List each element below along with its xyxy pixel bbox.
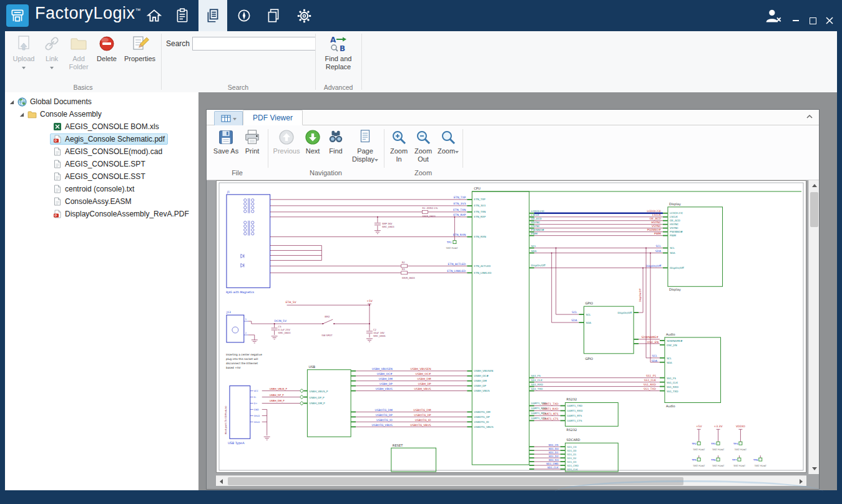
scroll-down-button[interactable]	[809, 463, 820, 474]
chevron-up-icon	[805, 114, 814, 120]
tree-item-file[interactable]: centroid (console).txt	[5, 183, 198, 195]
nav-home-button[interactable]	[140, 0, 169, 31]
nav-documents-button[interactable]	[198, 0, 227, 31]
tree-item-file[interactable]: AEGIS_CONSOLE.SST	[5, 170, 198, 183]
svg-text:DispOn/Off: DispOn/Off	[639, 288, 642, 302]
svg-text:TEST POINT: TEST POINT	[692, 448, 705, 451]
properties-button[interactable]: Properties	[121, 34, 159, 89]
svg-text:+5V: +5V	[366, 299, 373, 303]
svg-text:TEST POINT: TEST POINT	[754, 465, 766, 467]
tree-item-file[interactable]: ConsoleAssy.EASM	[5, 195, 198, 208]
maximize-icon	[810, 17, 816, 24]
expander-icon[interactable]	[9, 99, 14, 105]
ribbon: Upload Link Add Folder Delete Proper	[5, 31, 837, 93]
zoom-button[interactable]: Zoom	[436, 128, 460, 155]
pdf-page: J1 RJ45 with Magnetics	[216, 180, 806, 473]
next-icon	[304, 128, 321, 146]
add-folder-button[interactable]: Add Folder	[65, 34, 92, 89]
previous-button[interactable]: Previous	[272, 128, 301, 155]
tab-pdf-viewer[interactable]: PDF Viewer	[243, 110, 303, 125]
svg-text:USBH_OC#: USBH_OC#	[415, 372, 431, 376]
search-label: Search	[166, 39, 190, 48]
close-button[interactable]	[823, 15, 836, 26]
zoom-in-icon	[390, 128, 408, 146]
svg-text:SCL: SCL	[652, 354, 658, 357]
expander-icon[interactable]	[19, 112, 24, 117]
pdf-viewer-panel: PDF Viewer Save As	[206, 109, 820, 490]
svg-text:USBH_DM: USBH_DM	[379, 377, 393, 381]
print-button[interactable]: Print	[240, 128, 264, 155]
scroll-up-button[interactable]	[809, 180, 820, 191]
svg-text:ETN_TXN: ETN_TXN	[474, 210, 486, 213]
schematic-power-section: J13 1 2	[226, 299, 386, 343]
nav-settings-button[interactable]	[290, 0, 318, 31]
pdf-file-icon	[53, 135, 62, 143]
tree-item-file[interactable]: AEGIS_CONSOLE BOM.xls	[5, 120, 198, 133]
add-folder-icon	[69, 34, 88, 53]
tree-item-console-assembly[interactable]: Console Assembly	[5, 108, 198, 120]
file-icon	[53, 160, 62, 168]
svg-text:SD1_CLK: SD1_CLK	[547, 466, 559, 469]
link-button[interactable]: Link	[40, 34, 64, 89]
tree-item-file[interactable]: AEGIS_CONSOLE.SPT	[5, 158, 198, 170]
maximize-button[interactable]	[806, 15, 820, 26]
svg-text:SMC_0603: SMC_0603	[278, 331, 291, 334]
svg-text:RJ45 with Magnetics: RJ45 with Magnetics	[226, 291, 255, 294]
svg-text:OE_ACD: OE_ACD	[531, 217, 542, 220]
ribbon-group-advanced: Advanced	[315, 84, 361, 91]
svg-text:USBH_VBUS: USBH_VBUS	[474, 389, 490, 392]
svg-text:ETN_ACTLED: ETN_ACTLED	[448, 263, 466, 266]
collapse-panel-button[interactable]	[805, 114, 814, 120]
scroll-left-button[interactable]	[216, 476, 227, 487]
pdf-file-icon	[53, 210, 62, 218]
svg-text:ZERO 1%: ZERO 1%	[427, 206, 438, 210]
nav-tasks-button[interactable]	[168, 0, 197, 31]
svg-text:LCD(0:23): LCD(0:23)	[531, 210, 544, 213]
nav-reports-button[interactable]	[259, 0, 288, 31]
save-as-button[interactable]: Save As	[213, 128, 239, 155]
next-button[interactable]: Next	[301, 128, 324, 155]
delete-button[interactable]: Delete	[94, 34, 120, 89]
svg-text:SHLD: SHLD	[254, 421, 260, 424]
vertical-scroll-thumb[interactable]	[810, 192, 818, 227]
svg-text:USBH_DP: USBH_DP	[379, 382, 393, 386]
search-input[interactable]	[192, 37, 316, 51]
svg-text:SS1_FS: SS1_FS	[531, 374, 541, 377]
tree-item-label: Console Assembly	[40, 110, 102, 119]
decorative-curve	[555, 480, 823, 503]
grid-icon	[221, 115, 231, 122]
find-and-replace-button[interactable]: A B Find and Replace	[319, 34, 358, 89]
page-display-caret	[374, 159, 378, 162]
tree-item-file[interactable]: AEGIS_CONSOLE(mod).cad	[5, 145, 198, 158]
svg-text:TP3: TP3	[710, 442, 716, 445]
minimize-button[interactable]	[789, 15, 803, 26]
vertical-scrollbar[interactable]	[808, 180, 819, 474]
zoom-in-button[interactable]: Zoom In	[388, 128, 410, 163]
viewer-selector-tab[interactable]	[214, 111, 243, 125]
user-logoff-button[interactable]	[760, 0, 785, 31]
page-display-button[interactable]: Page Display	[349, 128, 381, 163]
svg-text:DispOn/Off: DispOn/Off	[646, 264, 662, 268]
svg-text:ETH_5V: ETH_5V	[286, 301, 297, 304]
nav-sync-button[interactable]	[230, 0, 258, 31]
svg-text:HSYNC: HSYNC	[670, 223, 678, 226]
svg-text:SD1_D0: SD1_D0	[549, 447, 559, 450]
upload-dropdown-caret	[22, 67, 26, 69]
svg-text:USBOTG_DP: USBOTG_DP	[414, 414, 431, 417]
svg-text:HSYNC: HSYNC	[531, 221, 540, 224]
svg-text:SD1_D2: SD1_D2	[567, 457, 577, 460]
tree-item-file[interactable]: DisplayConsoleAssembly_RevA.PDF	[5, 208, 198, 220]
schematic-j1-connector: J1 RJ45 with Magnetics	[226, 190, 270, 294]
svg-text:based +5V: based +5V	[226, 366, 241, 369]
zoom-out-button[interactable]: Zoom Out	[411, 128, 435, 163]
tree-item-global-documents[interactable]: Global Documents	[5, 95, 198, 108]
ribbon-group-basics: Basics	[5, 84, 161, 91]
svg-text:TEST POINT: TEST POINT	[445, 247, 458, 250]
user-x-icon	[763, 7, 782, 24]
app-logo-icon	[6, 4, 29, 27]
svg-text:VSYNC: VSYNC	[670, 226, 678, 230]
find-button[interactable]: Find	[325, 128, 346, 155]
svg-text:ETN_LINKLED: ETN_LINKLED	[474, 271, 491, 274]
upload-button[interactable]: Upload	[9, 34, 39, 89]
tree-item-file-selected[interactable]: Aegis_Console Schematic.pdf	[5, 133, 198, 145]
